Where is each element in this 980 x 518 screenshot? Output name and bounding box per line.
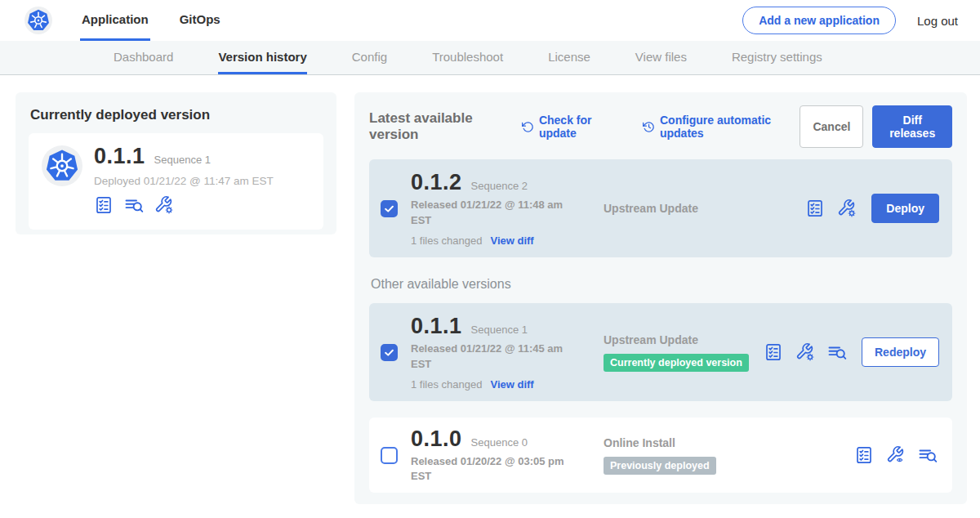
kubernetes-icon: [24, 7, 52, 34]
version-checkbox[interactable]: [381, 344, 398, 361]
deployed-version-number: 0.1.1: [94, 144, 145, 169]
version-number: 0.1.0: [411, 426, 462, 452]
sequence-label: Sequence 1: [471, 324, 528, 336]
preflight-checklist-icon[interactable]: [805, 199, 825, 218]
preflight-checklist-icon[interactable]: [854, 445, 874, 465]
tab-registry-settings[interactable]: Registry settings: [732, 41, 822, 74]
available-versions-panel: Latest available version Check for updat…: [354, 92, 967, 504]
other-versions-title: Other available versions: [371, 277, 952, 292]
sequence-label: Sequence 0: [471, 436, 528, 449]
edit-config-icon[interactable]: [795, 342, 815, 362]
configure-automatic-updates-link[interactable]: Configure automatic updates: [643, 114, 800, 140]
sequence-label: Sequence 2: [471, 180, 528, 192]
view-diff-link[interactable]: View diff: [490, 234, 533, 247]
version-checkbox[interactable]: [381, 447, 398, 464]
view-config-icon[interactable]: [886, 445, 906, 465]
view-logs-icon[interactable]: [827, 342, 847, 362]
top-nav-tabs: Application GitOps: [80, 0, 222, 41]
view-logs-icon[interactable]: [124, 195, 144, 215]
tab-version-history[interactable]: Version history: [218, 41, 306, 74]
latest-version-title: Latest available version: [369, 110, 510, 143]
version-row-0-1-1: 0.1.1 Sequence 1 Released 01/21/22 @ 11:…: [369, 303, 952, 401]
app-logo: [24, 0, 52, 41]
released-timestamp: Released 01/20/22 @ 03:05 pm EST: [411, 454, 578, 484]
top-nav: Application GitOps Add a new application…: [0, 0, 980, 41]
version-source-label: Upstream Update: [604, 333, 764, 346]
deployed-sequence-label: Sequence 1: [154, 154, 211, 166]
currently-deployed-badge: Currently deployed version: [604, 354, 749, 372]
released-timestamp: Released 01/21/22 @ 11:45 am EST: [411, 342, 578, 371]
tab-application[interactable]: Application: [80, 0, 150, 41]
view-diff-link[interactable]: View diff: [490, 378, 533, 391]
tab-license[interactable]: License: [548, 41, 590, 74]
deployed-timestamp: Deployed 01/21/22 @ 11:47 am EST: [94, 175, 274, 187]
version-source-label: Upstream Update: [604, 202, 805, 215]
previously-deployed-badge: Previously deployed: [604, 457, 716, 475]
add-application-button[interactable]: Add a new application: [742, 7, 896, 34]
deploy-button[interactable]: Deploy: [871, 194, 939, 223]
files-changed-label: 1 files changed: [411, 378, 482, 391]
preflight-checklist-icon[interactable]: [94, 195, 114, 215]
tab-troubleshoot[interactable]: Troubleshoot: [432, 41, 503, 74]
version-row-0-1-2: 0.1.2 Sequence 2 Released 01/21/22 @ 11:…: [369, 159, 952, 257]
version-source-label: Online Install: [604, 436, 854, 449]
version-number: 0.1.2: [411, 170, 462, 195]
auto-update-clock-icon: [643, 120, 655, 134]
refresh-icon: [522, 120, 534, 134]
deployed-version-card: 0.1.1 Sequence 1 Deployed 01/21/22 @ 11:…: [29, 133, 323, 230]
kubernetes-icon: [42, 145, 82, 186]
edit-config-icon[interactable]: [837, 199, 857, 218]
currently-deployed-panel: Currently deployed version: [16, 92, 336, 234]
tab-view-files[interactable]: View files: [635, 41, 687, 74]
check-for-update-link[interactable]: Check for update: [522, 114, 621, 140]
version-checkbox[interactable]: [381, 200, 398, 217]
app-sub-nav: Dashboard Version history Config Trouble…: [0, 41, 980, 75]
files-changed-label: 1 files changed: [411, 234, 482, 247]
version-number: 0.1.1: [411, 314, 462, 339]
redeploy-button[interactable]: Redeploy: [862, 337, 939, 367]
edit-config-icon[interactable]: [154, 195, 174, 215]
logout-link[interactable]: Log out: [917, 14, 958, 28]
tab-dashboard[interactable]: Dashboard: [114, 41, 173, 74]
preflight-checklist-icon[interactable]: [764, 342, 783, 362]
version-row-0-1-0: 0.1.0 Sequence 0 Released 01/20/22 @ 03:…: [369, 418, 952, 493]
diff-releases-button[interactable]: Diff releases: [872, 105, 952, 148]
cancel-button[interactable]: Cancel: [800, 105, 863, 148]
released-timestamp: Released 01/21/22 @ 11:48 am EST: [411, 198, 578, 227]
tab-gitops[interactable]: GitOps: [178, 0, 222, 41]
tab-config[interactable]: Config: [352, 41, 387, 74]
deployed-panel-title: Currently deployed version: [30, 107, 323, 123]
view-logs-icon[interactable]: [918, 445, 938, 465]
